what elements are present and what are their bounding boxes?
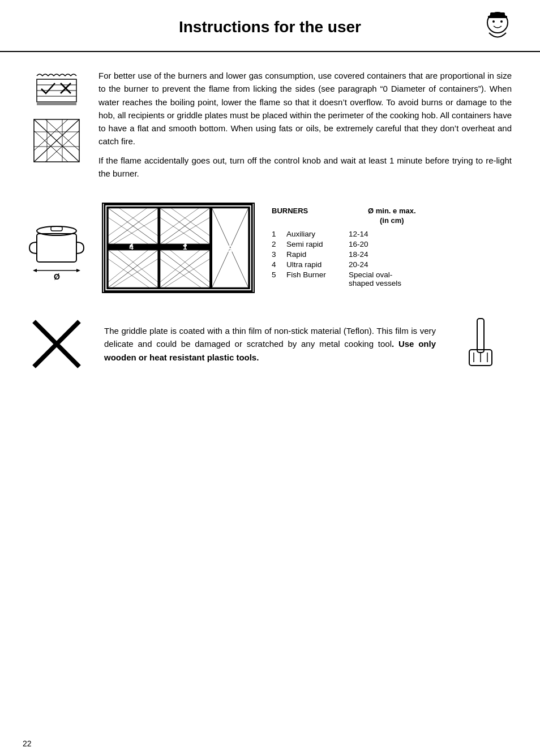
section1-text: For better use of the burners and lower … bbox=[98, 69, 512, 180]
section1-para2: If the flame accidentally goes out, turn… bbox=[98, 154, 512, 181]
page-footer: 22 bbox=[23, 739, 32, 748]
burner-number: 5 bbox=[272, 270, 281, 279]
svg-rect-4 bbox=[488, 16, 507, 18]
burner-row-3: 3 Rapid 18-24 bbox=[272, 250, 512, 259]
burner-checkx-icon bbox=[31, 69, 82, 114]
hob-grid-icon: 2 3 5 bbox=[102, 203, 255, 293]
burner-dim: 12-14 bbox=[349, 230, 411, 238]
svg-text:1: 1 bbox=[183, 243, 187, 251]
svg-point-2 bbox=[500, 20, 503, 23]
svg-rect-25 bbox=[37, 234, 76, 262]
section1-para1: For better use of the burners and lower … bbox=[98, 69, 512, 148]
burner-row-1: 1 Auxiliary 12-14 bbox=[272, 230, 512, 238]
svg-marker-28 bbox=[76, 269, 80, 272]
page-header: Instructions for the user bbox=[0, 0, 540, 52]
section3-text: The griddle plate is coated with a thin … bbox=[104, 324, 436, 364]
burner-name: Semi rapid bbox=[286, 240, 343, 248]
burner-icons bbox=[28, 69, 85, 180]
burner-dim: 18-24 bbox=[349, 250, 411, 259]
svg-marker-27 bbox=[33, 269, 37, 272]
burners-table: BURNERS Ø min. e max. (in cm) 1 Auxiliar… bbox=[272, 207, 512, 290]
page-number: 22 bbox=[23, 739, 32, 748]
burner-number: 4 bbox=[272, 260, 281, 269]
svg-rect-70 bbox=[477, 319, 484, 353]
burner-row-4: 4 Ultra rapid 20-24 bbox=[272, 260, 512, 269]
dim-col-header: Ø min. e max. (in cm) bbox=[368, 207, 416, 226]
hob-diagram: 2 3 5 bbox=[102, 203, 255, 293]
spatula-icon bbox=[452, 316, 509, 372]
svg-text:5: 5 bbox=[228, 244, 233, 254]
burner-dim: Special oval-shaped vessels bbox=[349, 270, 411, 287]
svg-text:Ø: Ø bbox=[54, 272, 60, 281]
pot-with-diameter-icon: Ø bbox=[28, 214, 85, 282]
svg-text:4: 4 bbox=[129, 243, 134, 251]
griddle-text-normal: The griddle plate is coated with a thin … bbox=[104, 326, 436, 349]
burner-name: Ultra rapid bbox=[286, 260, 343, 269]
burner-name: Fish Burner bbox=[286, 270, 343, 279]
page-title: Instructions for the user bbox=[62, 18, 478, 36]
burner-name: Rapid bbox=[286, 250, 343, 259]
burner-number: 2 bbox=[272, 240, 281, 248]
svg-rect-24 bbox=[51, 226, 62, 231]
burner-row-5: 5 Fish Burner Special oval-shaped vessel… bbox=[272, 270, 512, 287]
burners-rows: 1 Auxiliary 12-14 2 Semi rapid 16-20 3 R… bbox=[272, 230, 512, 287]
page-content: For better use of the burners and lower … bbox=[0, 52, 540, 756]
cross-x-icon bbox=[28, 316, 85, 372]
burners-col-header: BURNERS bbox=[272, 207, 351, 226]
burner-number: 3 bbox=[272, 250, 281, 259]
section-diagram: Ø 2 bbox=[28, 203, 512, 293]
burner-row-2: 2 Semi rapid 16-20 bbox=[272, 240, 512, 248]
burner-dim: 20-24 bbox=[349, 260, 411, 269]
griddle-diagram-icon bbox=[31, 117, 82, 167]
svg-point-1 bbox=[492, 20, 495, 23]
section-burner-use: For better use of the burners and lower … bbox=[28, 69, 512, 180]
wooden-tool-icon bbox=[449, 316, 512, 372]
header-logo-icon bbox=[478, 10, 517, 44]
no-metal-tools-icon bbox=[28, 316, 91, 372]
pot-diagram: Ø bbox=[28, 214, 85, 282]
section-griddle: The griddle plate is coated with a thin … bbox=[28, 316, 512, 372]
svg-rect-11 bbox=[37, 102, 76, 105]
burners-table-header: BURNERS Ø min. e max. (in cm) bbox=[272, 207, 512, 226]
griddle-para: The griddle plate is coated with a thin … bbox=[104, 324, 436, 364]
burner-number: 1 bbox=[272, 230, 281, 238]
burner-name: Auxiliary bbox=[286, 230, 343, 238]
burner-dim: 16-20 bbox=[349, 240, 411, 248]
